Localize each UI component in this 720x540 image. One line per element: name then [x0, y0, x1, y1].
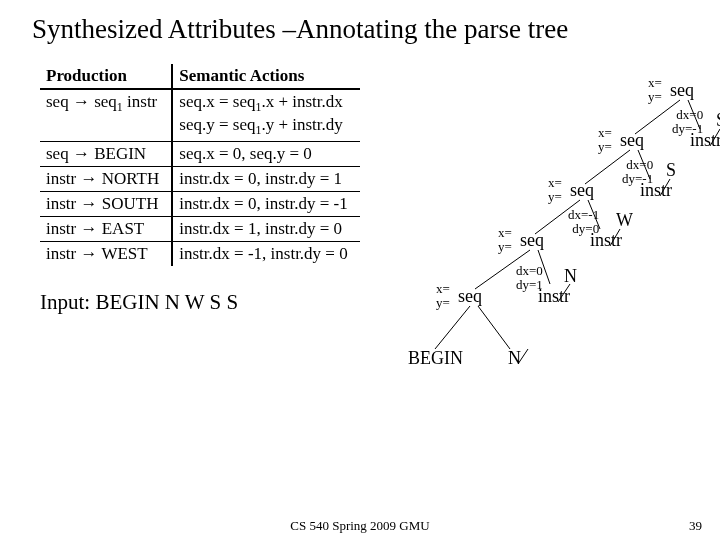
node-seq-5: seq [458, 286, 482, 307]
node-seq-1: seq [670, 80, 694, 101]
ann-xy-3: x=y= [548, 176, 562, 203]
page-number: 39 [689, 518, 702, 534]
svg-line-11 [435, 306, 470, 349]
leaf-N-5: N [564, 266, 577, 287]
ann-xy-4: x=y= [498, 226, 512, 253]
table-row-production: seq → BEGIN [40, 141, 172, 166]
leaf-S-2: S [716, 110, 720, 131]
table-row-production: seq → seq1 instr [40, 89, 172, 141]
ann-xy-2: x=y= [598, 126, 612, 153]
node-instr-5: instr [538, 286, 570, 307]
node-seq-2: seq [620, 130, 644, 151]
table-row-production: instr → NORTH [40, 166, 172, 191]
ann-xy-5: x=y= [436, 282, 450, 309]
node-instr-2: instr [690, 130, 720, 151]
table-row-production: instr → EAST [40, 216, 172, 241]
node-instr-3: instr [640, 180, 672, 201]
col-header-production: Production [40, 64, 172, 89]
ann-xy-1: x=y= [648, 76, 662, 103]
leaf-W-4: W [616, 210, 633, 231]
grammar-table: Production Semantic Actions seq → seq1 i… [40, 64, 360, 266]
node-seq-3: seq [570, 180, 594, 201]
leaf-S-3: S [666, 160, 676, 181]
svg-line-12 [478, 306, 510, 349]
table-row-production: instr → WEST [40, 241, 172, 266]
parse-tree: x=y= seq x=y= seq dx=0dy=-1 instr S x=y=… [330, 74, 720, 424]
leaf-begin: BEGIN [408, 348, 463, 369]
leaf-N: N [508, 348, 521, 369]
node-seq-4: seq [520, 230, 544, 251]
slide-title: Synthesized Attributes –Annotating the p… [0, 0, 720, 45]
footer-text: CS 540 Spring 2009 GMU [0, 518, 720, 534]
table-row-production: instr → SOUTH [40, 191, 172, 216]
node-instr-4: instr [590, 230, 622, 251]
